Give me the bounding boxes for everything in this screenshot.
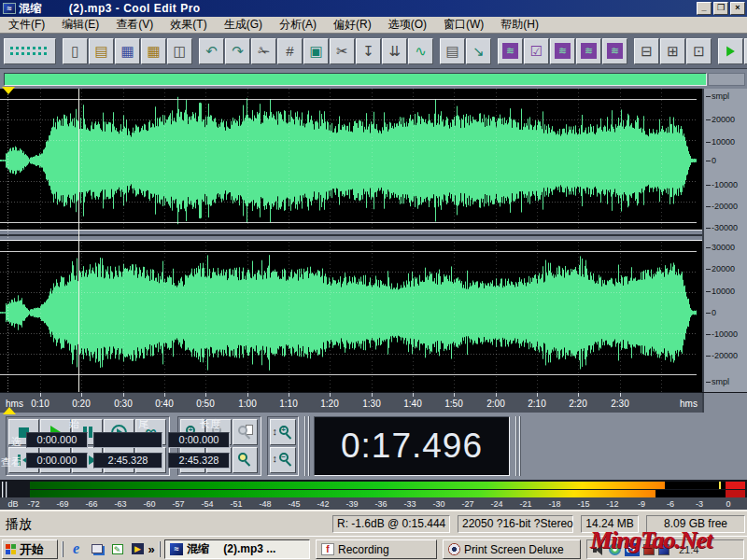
amp-tick bbox=[706, 96, 711, 97]
menu-item-1[interactable]: 编辑(E) bbox=[53, 16, 107, 34]
selection-begin-field[interactable]: 0:00.000 bbox=[26, 432, 88, 448]
selection-length-field[interactable]: 0:00.000 bbox=[168, 432, 230, 448]
paste-button[interactable]: ↧ bbox=[356, 38, 381, 64]
task-button-1[interactable]: fRecording bbox=[316, 539, 437, 559]
copy-to-new-button[interactable]: ∿ bbox=[408, 38, 433, 64]
toggle-options-button[interactable]: ☑ bbox=[524, 38, 549, 64]
meter-unit: dB bbox=[7, 499, 18, 509]
undo-button[interactable]: ↶ bbox=[199, 38, 224, 64]
close-button[interactable]: × bbox=[730, 2, 745, 15]
timeline-label: 0:50 bbox=[196, 399, 214, 409]
task-icon-0: ≈ bbox=[170, 543, 183, 555]
app-blue-icon[interactable] bbox=[658, 544, 669, 555]
waveform-display[interactable]: smpl20000100000-10000-20000-300003000020… bbox=[0, 89, 747, 392]
app-red-icon[interactable] bbox=[643, 544, 655, 555]
position-marker-top-icon[interactable] bbox=[2, 87, 15, 94]
trim-button[interactable]: ✁ bbox=[251, 38, 276, 64]
restore-button[interactable]: ❒ bbox=[713, 2, 728, 15]
player-quicklaunch-icon[interactable]: ▶ bbox=[129, 540, 147, 557]
zoom-selection-right-button[interactable] bbox=[233, 447, 258, 473]
timeline-tick bbox=[537, 393, 538, 397]
ie-quicklaunch-icon[interactable]: e bbox=[67, 540, 85, 557]
media-quicklaunch-icon[interactable]: ✎ bbox=[108, 540, 126, 557]
copy-button[interactable]: ▣ bbox=[303, 38, 329, 64]
amp-tick bbox=[706, 228, 711, 229]
toggle-waveform-multitrack-view-button[interactable] bbox=[4, 38, 56, 64]
selection-begin-header: 始 bbox=[69, 417, 79, 431]
menu-item-7[interactable]: 选项(O) bbox=[380, 16, 435, 34]
amp-label: 30000 bbox=[712, 243, 735, 252]
timeline-tick bbox=[247, 393, 248, 397]
selection-end-field[interactable] bbox=[93, 432, 162, 448]
cue-list-icon: ↘ bbox=[472, 44, 485, 58]
cd-player-window-icon: ⊟ bbox=[641, 44, 653, 58]
task-button-2[interactable]: Print Screen Deluxe bbox=[443, 539, 581, 559]
time-display[interactable]: 0:17.496 bbox=[314, 416, 510, 476]
meter-db-label: -15 bbox=[577, 499, 589, 509]
toggle-waveform-multitrack-view-icon bbox=[10, 47, 49, 55]
cd-icon[interactable] bbox=[609, 543, 621, 555]
view-length-field[interactable]: 2:45.328 bbox=[168, 453, 230, 469]
import-file-button[interactable]: ◫ bbox=[167, 38, 192, 64]
menu-item-4[interactable]: 生成(G) bbox=[216, 16, 271, 34]
divider bbox=[519, 416, 521, 476]
desktop-quicklaunch-icon[interactable] bbox=[88, 540, 106, 557]
title-bar[interactable]: ≈ 混缩 (2).mp3 - Cool Edit Pro _ ❒ × bbox=[0, 0, 747, 17]
minimize-button[interactable]: _ bbox=[697, 2, 712, 15]
zoom-in-vertical-button[interactable]: +↕ bbox=[270, 419, 296, 445]
convert-sample-type-button[interactable]: # bbox=[277, 38, 303, 64]
mix-paste-button[interactable]: ⇊ bbox=[382, 38, 407, 64]
cut-button[interactable]: ✂ bbox=[330, 38, 355, 64]
menu-item-8[interactable]: 窗口(W) bbox=[435, 16, 492, 34]
cd-player-window-button[interactable]: ⊟ bbox=[634, 38, 659, 64]
undo-icon: ↶ bbox=[205, 44, 218, 58]
transport-panel: ∞ +− +↕−↕ 0:17.496 始 尾 长度 选 查看 0:00.000 … bbox=[0, 413, 747, 480]
amplitude-ruler[interactable]: smpl20000100000-10000-20000-300003000020… bbox=[702, 89, 747, 392]
toolbar-group-5: ⊟⊞⊡ bbox=[634, 38, 712, 64]
menu-item-3[interactable]: 效果(T) bbox=[162, 16, 215, 34]
waveform-canvas[interactable] bbox=[0, 89, 702, 392]
quicklaunch-overflow-chevron[interactable]: » bbox=[147, 540, 156, 557]
view-begin-field[interactable]: 0:00.000 bbox=[26, 453, 88, 469]
play-window-button[interactable] bbox=[718, 38, 743, 64]
ime-ch-icon[interactable]: CH bbox=[625, 543, 640, 556]
save-as-button[interactable]: ▦ bbox=[141, 38, 166, 64]
amp-tick bbox=[706, 291, 711, 292]
waveform-view-button[interactable]: ≋ bbox=[498, 38, 523, 64]
start-button[interactable]: 开始 bbox=[2, 539, 58, 559]
redo-button[interactable]: ↷ bbox=[225, 38, 250, 64]
position-marker-bottom-icon[interactable] bbox=[3, 407, 16, 414]
divider bbox=[308, 416, 310, 476]
view-end-field[interactable]: 2:45.328 bbox=[93, 453, 162, 469]
time-ruler[interactable]: hms0:100:200:300:400:501:001:101:201:301… bbox=[0, 392, 747, 413]
info-window-button[interactable]: ⊞ bbox=[660, 38, 685, 64]
volume-icon[interactable] bbox=[592, 543, 605, 556]
spectral-view-2-button[interactable]: ≋ bbox=[576, 38, 601, 64]
overview-navigation-bar[interactable] bbox=[4, 73, 707, 86]
scripts-button[interactable]: ▤ bbox=[440, 38, 465, 64]
open-file-icon: ▤ bbox=[94, 44, 107, 58]
level-meter[interactable]: dB-72-69-66-63-60-57-54-51-48-45-42-39-3… bbox=[0, 480, 747, 510]
clip-indicator-right[interactable] bbox=[726, 490, 745, 497]
amp-label: 0 bbox=[712, 156, 716, 165]
open-file-button[interactable]: ▤ bbox=[89, 38, 114, 64]
menu-item-6[interactable]: 偏好(R) bbox=[325, 16, 380, 34]
save-file-icon: ▦ bbox=[120, 44, 134, 58]
menu-item-2[interactable]: 查看(V) bbox=[107, 16, 162, 34]
menu-item-9[interactable]: 帮助(H) bbox=[492, 16, 547, 34]
zoom-full-button[interactable] bbox=[233, 419, 258, 445]
menu-item-0[interactable]: 文件(F) bbox=[0, 16, 53, 34]
playlist-window-button[interactable]: ⊡ bbox=[686, 38, 712, 64]
view-row-label: 查看 bbox=[1, 455, 21, 469]
spectral-view-3-button[interactable]: ≋ bbox=[602, 38, 627, 64]
save-file-button[interactable]: ▦ bbox=[115, 38, 140, 64]
meter-db-label: 0 bbox=[726, 499, 730, 509]
spectral-view-button[interactable]: ≋ bbox=[550, 38, 575, 64]
clip-indicator-left[interactable] bbox=[726, 482, 745, 489]
cue-list-button[interactable]: ↘ bbox=[466, 38, 491, 64]
menu-item-5[interactable]: 分析(A) bbox=[271, 16, 325, 34]
task-button-0[interactable]: ≈混缩 (2).mp3 ... bbox=[164, 539, 310, 559]
timeline-unit-right: hms bbox=[680, 399, 698, 409]
new-file-button[interactable]: ▯ bbox=[63, 38, 88, 64]
zoom-out-vertical-button[interactable]: −↕ bbox=[270, 447, 296, 473]
